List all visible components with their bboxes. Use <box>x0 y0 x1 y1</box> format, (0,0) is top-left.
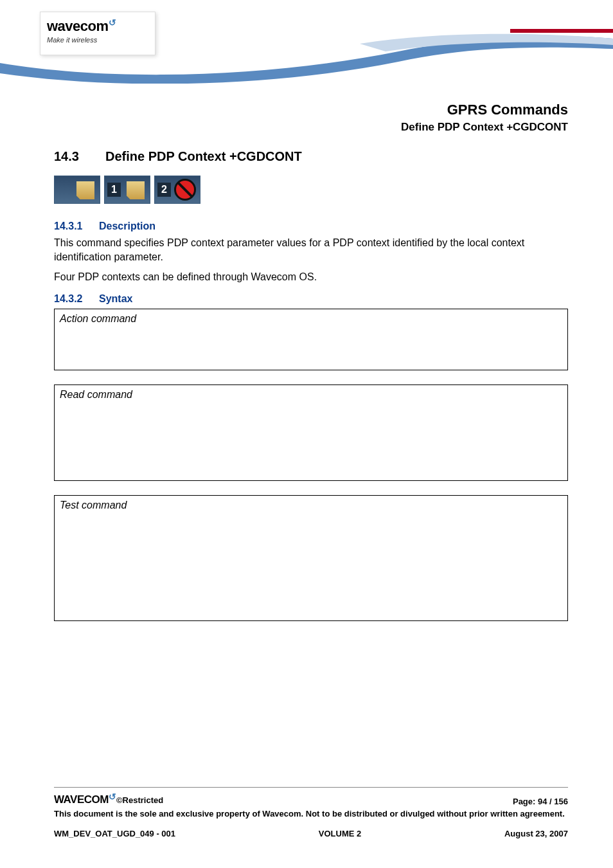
page-footer: WAVECOM↺©Restricted Page: 94 / 156 This … <box>54 787 568 838</box>
subsection-title: Description <box>99 221 155 231</box>
accent-red-bar <box>510 29 613 33</box>
subsection-description-heading: 14.3.1Description <box>54 221 568 232</box>
doc-date: August 23, 2007 <box>504 829 568 838</box>
section-heading: 14.3Define PDP Context +CGDCONT <box>54 149 568 164</box>
footer-disclaimer: This document is the sole and exclusive … <box>54 809 568 820</box>
subsection-title: Syntax <box>99 293 132 304</box>
page-header: wavecom↺ Make it wireless <box>0 0 613 90</box>
description-paragraph-2: Four PDP contexts can be defined through… <box>54 270 568 284</box>
badge-number-1: 1 <box>107 183 121 197</box>
section-title: Define PDP Context +CGDCONT <box>105 149 302 163</box>
badge-sim-1: 1 <box>104 176 150 204</box>
brand-logo: wavecom↺ Make it wireless <box>40 12 155 55</box>
subsection-number: 14.3.2 <box>54 293 99 305</box>
test-command-label: Test command <box>60 500 562 511</box>
page-current: 94 <box>538 797 547 806</box>
test-command-box: Test command <box>54 495 568 621</box>
restricted-label: ©Restricted <box>116 795 163 805</box>
action-command-label: Action command <box>60 313 562 325</box>
no-entry-icon <box>174 179 196 201</box>
subsection-number: 14.3.1 <box>54 221 99 232</box>
read-command-box: Read command <box>54 384 568 481</box>
badge-no-2: 2 <box>154 176 200 204</box>
page-number: Page: 94 / 156 <box>513 797 568 806</box>
footer-divider <box>54 787 568 788</box>
page-sep: / <box>547 797 554 806</box>
chapter-subtitle: Define PDP Context +CGDCONT <box>0 121 568 134</box>
brand-name: wavecom↺ <box>47 17 148 35</box>
swirl-icon: ↺ <box>109 17 116 28</box>
badge-sim <box>54 176 100 204</box>
chapter-title: GPRS Commands <box>0 102 568 118</box>
section-number: 14.3 <box>54 149 105 164</box>
brand-text: wavecom <box>47 18 109 34</box>
read-command-label: Read command <box>60 389 562 401</box>
doc-id: WM_DEV_OAT_UGD_049 - 001 <box>54 829 175 838</box>
page-label: Page: <box>513 797 538 806</box>
subsection-syntax-heading: 14.3.2Syntax <box>54 293 568 305</box>
badge-number-2: 2 <box>157 183 171 197</box>
action-command-box: Action command <box>54 309 568 370</box>
brand-tagline: Make it wireless <box>47 36 148 44</box>
page-total: 156 <box>554 797 568 806</box>
footer-logo-text: WAVECOM <box>54 793 109 806</box>
description-paragraph-1: This command specifies PDP context param… <box>54 236 568 264</box>
footer-brand: WAVECOM↺©Restricted <box>54 791 163 806</box>
swirl-icon: ↺ <box>109 791 116 802</box>
chapter-heading-block: GPRS Commands Define PDP Context +CGDCON… <box>0 102 568 134</box>
status-badges: 1 2 <box>54 176 568 204</box>
doc-volume: VOLUME 2 <box>319 829 361 838</box>
